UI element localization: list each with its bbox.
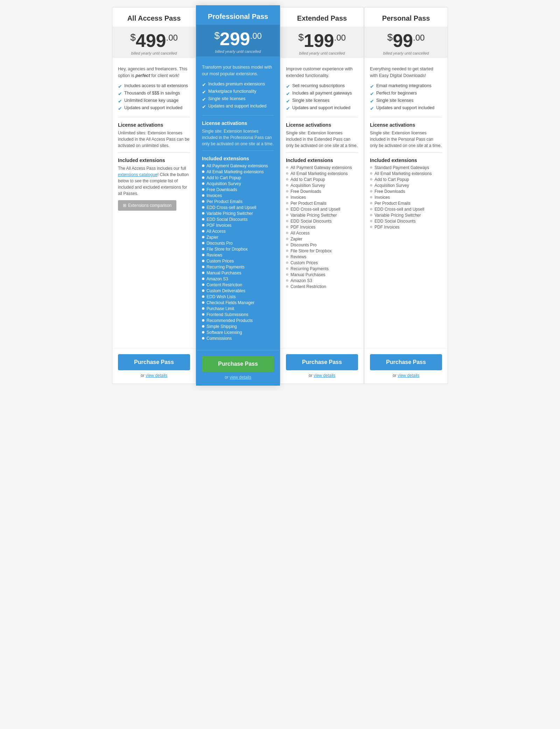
extension-item: Recurring Payments	[202, 265, 274, 269]
feature-item: ✔Single site licenses	[370, 98, 442, 104]
extension-name: Add to Cart Popup	[290, 177, 325, 182]
feature-text: Updates and support included	[376, 105, 434, 110]
plan-extended-price: $199.00	[284, 31, 360, 50]
dot-icon	[202, 337, 204, 339]
extensions-catalogue-link[interactable]: extensions catalogue	[118, 172, 158, 177]
dot-icon	[286, 172, 288, 175]
plan-professional-price: $299.00	[200, 30, 276, 48]
extension-item: EDD Social Discounts	[202, 217, 274, 222]
view-details-link[interactable]: view details	[230, 375, 251, 380]
currency-symbol: $	[298, 32, 304, 43]
plan-all-access-footer: Purchase Passor view details	[112, 348, 196, 384]
extension-name: Reviews	[206, 253, 222, 258]
plan-all-access-features: ✔Includes access to all extensions✔Thous…	[118, 83, 190, 111]
extension-item: Variable Pricing Switcher	[202, 211, 274, 216]
extension-item: All Access	[286, 231, 358, 236]
view-details-link[interactable]: view details	[146, 373, 167, 378]
dot-icon	[286, 208, 288, 210]
checkmark-icon: ✔	[286, 84, 290, 89]
extension-item: Content Restriction	[202, 282, 274, 287]
extension-item: EDD Cross-sell and Upsell	[370, 207, 442, 212]
extension-name: Invoices	[290, 195, 306, 200]
extension-item: Per Product Emails	[286, 201, 358, 206]
view-details-link[interactable]: view details	[398, 373, 419, 378]
dot-icon	[370, 208, 372, 210]
feature-text: Updates and support included	[124, 105, 182, 110]
dot-icon	[286, 273, 288, 276]
plan-extended-purchase-button[interactable]: Purchase Pass	[286, 354, 358, 370]
extension-item: File Store for Dropbox	[286, 248, 358, 253]
plan-personal-price: $99.00	[368, 31, 444, 50]
plan-all-access-price: $499.00	[116, 31, 192, 50]
extension-name: Recommended Products	[206, 318, 253, 323]
checkmark-icon: ✔	[202, 104, 206, 110]
extension-item: PDF Invoices	[370, 225, 442, 230]
extension-item: Free Downloads	[202, 187, 274, 192]
plan-all-access-purchase-button[interactable]: Purchase Pass	[118, 354, 190, 370]
extensions-compare-button[interactable]: ⊞ Extensions comparison	[118, 200, 176, 211]
dot-icon	[202, 283, 204, 286]
extension-name: EDD Cross-sell and Upsell	[290, 207, 340, 212]
extension-item: Per Product Emails	[202, 199, 274, 204]
feature-text: Single site licenses	[208, 96, 245, 101]
checkmark-icon: ✔	[202, 82, 206, 87]
plan-professional-name: Professional Pass	[202, 13, 274, 21]
dot-icon	[202, 295, 204, 298]
plan-extended-ext-title: Included extensions	[286, 157, 358, 163]
feature-text: Email marketing integrations	[376, 83, 432, 88]
dot-icon	[202, 206, 204, 209]
dot-icon	[202, 266, 204, 268]
dot-icon	[286, 226, 288, 228]
plan-personal-billed: billed yearly until cancelled	[368, 51, 444, 55]
extension-item: Discounts Pro	[286, 243, 358, 247]
extension-name: Variable Pricing Switcher	[374, 213, 421, 218]
plan-all-access-license-title: License activations	[118, 122, 190, 128]
extension-item: Recurring Payments	[286, 266, 358, 271]
extension-item: PDF Invoices	[286, 225, 358, 230]
plan-all-access-name: All Access Pass	[118, 14, 190, 22]
feature-item: ✔Email marketing integrations	[370, 83, 442, 89]
divider	[370, 117, 442, 117]
dot-icon	[202, 260, 204, 262]
extension-name: EDD Social Discounts	[374, 219, 415, 224]
plan-professional-purchase-button[interactable]: Purchase Pass	[202, 356, 274, 372]
extension-name: Discounts Pro	[206, 241, 233, 246]
price-cents: .00	[166, 33, 177, 42]
dot-icon	[202, 182, 204, 185]
view-details-link[interactable]: view details	[314, 373, 335, 378]
plan-all-access-price-box: $499.00billed yearly until cancelled	[112, 27, 196, 58]
extension-name: Zapier	[290, 237, 302, 241]
extension-name: EDD Social Discounts	[290, 219, 331, 224]
extension-item: EDD Social Discounts	[286, 219, 358, 224]
checkmark-icon: ✔	[118, 84, 122, 89]
extension-item: Commissions	[202, 336, 274, 341]
feature-item: ✔Unlimited license key usage	[118, 98, 190, 104]
extension-item: All Access	[202, 229, 274, 234]
feature-text: Unlimited license key usage	[124, 98, 178, 103]
plan-personal-purchase-button[interactable]: Purchase Pass	[370, 354, 442, 370]
feature-item: ✔Updates and support included	[118, 105, 190, 111]
plan-professional-license-text: Single site: Extension licenses included…	[202, 128, 274, 147]
dot-icon	[370, 178, 372, 181]
dot-icon	[286, 178, 288, 181]
extension-name: Custom Prices	[206, 259, 234, 264]
dot-icon	[286, 184, 288, 187]
extension-name: Content Restriction	[206, 282, 242, 287]
feature-item: ✔Thousands of $$$ in savings	[118, 91, 190, 97]
plan-personal-ext-title: Included extensions	[370, 157, 442, 163]
dot-icon	[286, 220, 288, 222]
feature-text: Single site licenses	[292, 98, 329, 103]
dot-icon	[202, 236, 204, 238]
extension-item: Zapier	[202, 235, 274, 240]
extension-name: Manual Purchases	[290, 272, 325, 277]
dot-icon	[202, 230, 204, 232]
extension-name: EDD Wish Lists	[206, 294, 236, 299]
extension-name: Custom Prices	[290, 260, 318, 265]
dot-icon	[286, 255, 288, 258]
extension-item: Invoices	[286, 195, 358, 200]
dot-icon	[202, 218, 204, 220]
dot-icon	[202, 170, 204, 173]
extension-item: File Store for Dropbox	[202, 247, 274, 252]
extension-name: Variable Pricing Switcher	[206, 211, 253, 216]
divider	[286, 152, 358, 153]
